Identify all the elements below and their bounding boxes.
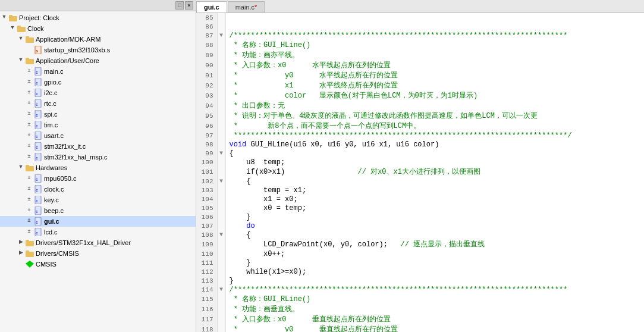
panel-float-button[interactable]: □ [175,1,184,10]
code-row-86: 86 [196,22,644,31]
tree-icon-drivers-cmsis [25,249,34,258]
svg-text:c: c [36,81,38,85]
tree-label-stm32-it: stm32f1xx_it.c [44,143,86,150]
fold-col-102[interactable]: ▼ [217,177,225,186]
code-row-101: 101 if(x0>x1) // 对x0、x1大小进行排列，以便画图 [196,167,644,177]
tree-icon-lcd-c: c [33,227,43,237]
tree-toggle-key-c[interactable]: ± [25,196,33,204]
tree-icon-app-mdk [25,35,34,44]
tree-toggle-drivers-stm32[interactable]: ▶ [17,239,25,247]
code-cell-86 [225,22,644,31]
tree-item-hardwares[interactable]: ▼Hardwares [0,162,196,173]
fold-col-88 [217,40,225,50]
tree-item-key-c[interactable]: ±ckey.c [0,195,196,205]
tree-toggle-hardwares[interactable]: ▼ [17,164,25,172]
tree-icon-main-c: c [33,67,43,76]
tree-label-rtc-c: rtc.c [44,100,56,107]
code-cell-85 [225,13,644,22]
code-cell-113: } [225,276,644,285]
tree-item-mpu6050-c[interactable]: ±cmpu6050.c [0,173,196,184]
tree-toggle-clock[interactable]: ▼ [8,24,17,33]
tab-gui-tab[interactable]: gui.c [196,1,227,12]
tree-toggle-beep-c[interactable]: ± [25,206,33,215]
tree-label-gui-c: gui.c [44,218,59,225]
tree-toggle-stm32-it[interactable]: ± [25,142,33,151]
tree-toggle-spi-c[interactable]: ± [25,110,33,118]
tree-item-stm32-it[interactable]: ±cstm32f1xx_it.c [0,141,196,152]
tree-item-clock[interactable]: ▼Clock [0,23,196,34]
tree-toggle-tim-c[interactable]: ± [25,121,33,129]
tree-item-usart-c[interactable]: ±cusart.c [0,130,196,141]
tree-toggle-clock-c[interactable]: ± [25,185,33,193]
tree-item-startup[interactable]: sstartup_stm32f103xb.s [0,45,196,55]
tree-toggle-mpu6050-c[interactable]: ± [25,174,33,183]
code-row-96: 96 * 新8个点，而不需要一个点一个点的写到LCM中。 [196,121,644,131]
panel-close-button[interactable]: × [185,1,193,10]
tree-toggle-gui-c[interactable]: ± [25,217,33,225]
code-row-98: 98void GUI_HLine(u16 x0, u16 y0, u16 x1,… [196,140,644,149]
tree-toggle-cmsis[interactable] [17,260,25,268]
tree-item-i2c-c[interactable]: ±ci2c.c [0,87,196,98]
tree-item-app-mdk[interactable]: ▼Application/MDK-ARM [0,34,196,45]
line-num-95: 95 [196,111,217,121]
tree-item-gui-c[interactable]: ±cgui.c [0,216,196,227]
code-cell-109: LCD_DrawPoint(x0, y0, color); // 逐点显示，描出… [225,239,644,249]
fold-col-116 [217,304,225,314]
fold-col-114[interactable]: ▼ [217,285,225,294]
code-editor[interactable]: 858687▼/********************************… [196,13,644,332]
fold-col-113 [217,276,225,285]
tree-item-cmsis[interactable]: CMSIS [0,259,196,270]
svg-text:c: c [36,156,38,160]
line-num-102: 102 [196,177,217,186]
line-num-118: 118 [196,324,217,332]
fold-col-95 [217,111,225,121]
tree-icon-stm32-it: c [33,142,43,151]
fold-col-87[interactable]: ▼ [217,31,225,40]
svg-text:c: c [36,92,38,96]
tree-toggle-lcd-c[interactable]: ± [25,228,33,236]
svg-rect-45 [26,250,29,253]
line-num-94: 94 [196,101,217,111]
tree-item-stm32-hal-msp[interactable]: ±cstm32f1xx_hal_msp.c [0,152,196,162]
line-num-92: 92 [196,80,217,90]
tree-item-main-c[interactable]: ±cmain.c [0,66,196,77]
code-row-107: 107 do [196,221,644,230]
code-cell-100: u8 temp; [225,158,644,167]
fold-col-105 [217,203,225,212]
tree-toggle-app-user[interactable]: ▼ [17,57,25,65]
tree-item-spi-c[interactable]: ±cspi.c [0,109,196,120]
fold-col-108[interactable]: ▼ [217,230,225,239]
tree-toggle-gpio-c[interactable]: ± [25,78,33,86]
line-num-107: 107 [196,221,217,230]
tree-toggle-i2c-c[interactable]: ± [25,89,33,97]
tree-item-beep-c[interactable]: ±cbeep.c [0,205,196,216]
code-row-114: 114▼/***********************************… [196,285,644,294]
tree-icon-clock [17,24,26,33]
tree-item-root[interactable]: ▼Project: Clock [0,12,196,23]
tree-item-drivers-stm32[interactable]: ▶Drivers/STM32F1xx_HAL_Driver [0,237,196,248]
tree-toggle-usart-c[interactable]: ± [25,131,33,140]
tree-toggle-stm32-hal-msp[interactable]: ± [25,153,33,161]
fold-col-93 [217,90,225,101]
tree-item-gpio-c[interactable]: ±cgpio.c [0,77,196,87]
tree-item-rtc-c[interactable]: ±crtc.c [0,98,196,109]
tree-toggle-rtc-c[interactable]: ± [25,99,33,108]
code-cell-93: * color 显示颜色(对于黑白色LCM，为0时灭，为1时显示) [225,90,644,101]
fold-col-99[interactable]: ▼ [217,149,225,158]
tree-toggle-root[interactable]: ▼ [0,14,8,22]
line-num-86: 86 [196,22,217,31]
code-row-95: 95 * 说明：对于单色、4级灰度的液晶，可通过修改此函数作图提高速度，如单色L… [196,111,644,121]
tree-item-tim-c[interactable]: ±ctim.c [0,120,196,130]
tree-toggle-drivers-cmsis[interactable]: ▶ [17,249,25,258]
tree-item-drivers-cmsis[interactable]: ▶Drivers/CMSIS [0,248,196,259]
tree-item-clock-c[interactable]: ±cclock.c [0,184,196,195]
editor-panel: gui.cmain.c* 858687▼/*******************… [196,0,644,332]
tree-item-lcd-c[interactable]: ±clcd.c [0,227,196,237]
code-cell-94: * 出口参数：无 [225,101,644,111]
svg-text:c: c [36,188,38,192]
tree-item-app-user[interactable]: ▼Application/User/Core [0,55,196,66]
tree-toggle-app-mdk[interactable]: ▼ [17,35,25,43]
tree-toggle-startup[interactable] [25,46,33,54]
tree-toggle-main-c[interactable]: ± [25,67,33,76]
tab-main-tab[interactable]: main.c* [228,1,265,12]
